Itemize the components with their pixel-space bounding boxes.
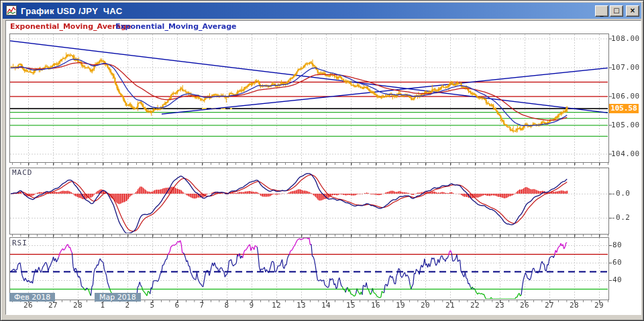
date-tick-label: 2 — [118, 301, 137, 310]
date-tick-label: 8 — [217, 301, 236, 310]
rsi-panel-title: RSI — [12, 239, 28, 247]
date-tick-label: 28 — [68, 301, 87, 310]
date-tick-label: 19 — [391, 301, 410, 310]
current-price-badge: 105.58 — [609, 104, 639, 113]
price-tick-label: 107.00 — [611, 63, 640, 72]
chart-canvas[interactable] — [6, 21, 639, 313]
date-tick-label: 7 — [193, 301, 211, 310]
date-tick-label: 28 — [565, 301, 584, 310]
legend-ema-red[interactable]: Exponential_Moving_Average — [10, 22, 131, 31]
price-tick-label: 104.00 — [611, 149, 640, 158]
macd-panel-title: MACD — [12, 168, 33, 177]
date-tick-label: 6 — [168, 301, 186, 310]
rsi-tick-label: 80 — [612, 241, 622, 249]
chart-client-area — [5, 20, 641, 315]
date-tick-label: 21 — [441, 301, 460, 310]
rsi-tick-label: 40 — [612, 275, 622, 284]
chart-app-icon[interactable] — [6, 5, 17, 16]
date-tick-label: 27 — [44, 301, 62, 310]
maximize-button[interactable]: □ — [610, 5, 623, 17]
date-tick-label: 5 — [143, 301, 162, 310]
date-tick-label: 12 — [267, 301, 286, 310]
date-tick-label: 27 — [540, 301, 559, 310]
close-button[interactable]: × — [626, 5, 639, 17]
minimize-button[interactable]: _ — [595, 5, 608, 17]
title-bar[interactable]: График USD /JPY ЧАС _ □ × — [3, 3, 641, 19]
date-tick-label: 15 — [341, 301, 360, 310]
date-tick-label: 20 — [416, 301, 435, 310]
date-tick-label: 14 — [317, 301, 335, 310]
chart-window: График USD /JPY ЧАС _ □ × Exponential_Mo… — [0, 0, 644, 321]
rsi-tick-label: 60 — [612, 258, 622, 267]
date-tick-label: 16 — [366, 301, 385, 310]
macd-tick-label: -0.0 — [611, 189, 631, 198]
window-title: График USD /JPY ЧАС — [21, 6, 594, 16]
price-tick-label: 108.00 — [611, 34, 640, 43]
date-tick-label: 29 — [590, 301, 608, 310]
legend-ema-blue[interactable]: Exponential_Moving_Average — [115, 22, 236, 31]
date-tick-label: 9 — [242, 301, 261, 310]
price-tick-label: 106.00 — [611, 92, 640, 101]
date-tick-label: 13 — [292, 301, 311, 310]
date-tick-label: 26 — [19, 301, 38, 310]
date-tick-label: 23 — [490, 301, 509, 310]
price-tick-label: 105.00 — [611, 121, 640, 129]
date-tick-label: 1 — [93, 301, 112, 310]
macd-tick-label: -0.2 — [611, 213, 631, 222]
date-tick-label: 22 — [466, 301, 484, 310]
date-tick-label: 26 — [515, 301, 534, 310]
